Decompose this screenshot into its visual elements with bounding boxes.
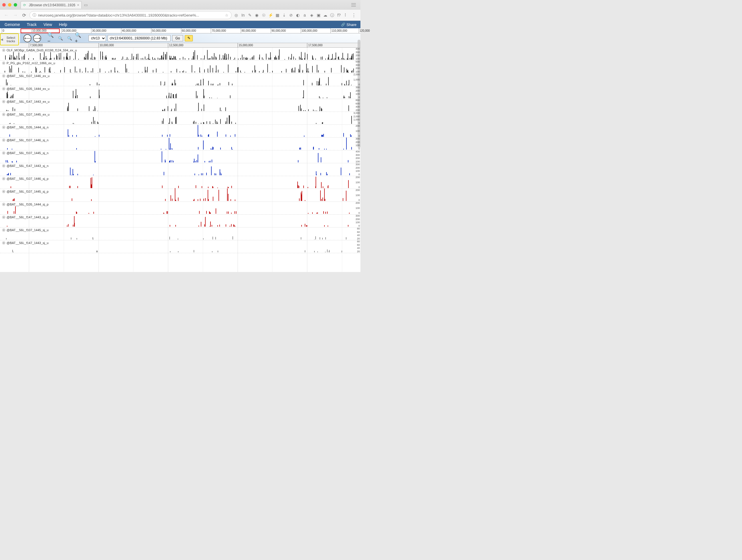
extension-icon[interactable]: ◎ <box>234 13 238 17</box>
close-window-icon[interactable] <box>2 3 6 7</box>
track-canvas[interactable]: 2001000 <box>0 125 360 137</box>
extension-icon[interactable]: ⚡ <box>268 13 273 17</box>
zoom-in-big-button[interactable]: 🔍+ <box>75 35 82 42</box>
extension-icon[interactable]: ◉ <box>255 13 259 17</box>
track-label[interactable]: ×OLF_MOBgr_GABA_Drd3_KI198_f124_594_ex_u <box>1 48 78 52</box>
site-info-icon[interactable]: ⓘ <box>33 12 36 18</box>
track-canvas[interactable]: 2001000 <box>0 189 360 202</box>
scroll-left-button[interactable]: ⟵ <box>23 34 32 42</box>
chromosome-select[interactable]: chr13 <box>89 35 106 41</box>
track-label[interactable]: ×@BAT__56L_f107_1445_sj_p <box>1 189 49 193</box>
coverage-bar <box>231 186 232 188</box>
track-close-icon[interactable]: × <box>2 49 5 52</box>
track-canvas[interactable]: 3002001000 <box>0 163 360 176</box>
track-close-icon[interactable]: × <box>2 151 5 155</box>
location-input[interactable] <box>108 35 170 41</box>
track-label[interactable]: ×@BAT__56L_f105_1444_sj_n <box>1 125 49 129</box>
track-close-icon[interactable]: × <box>2 228 5 232</box>
track-close-icon[interactable]: × <box>2 164 5 168</box>
extension-icon[interactable]: In <box>241 13 245 17</box>
browser-tab[interactable]: ⟳ JBrowse chr13:6430001..1926 × <box>20 1 82 9</box>
extension-icon[interactable]: a <box>303 13 307 17</box>
track-label[interactable]: ×@BAT__56L_f107_1446_ex_u <box>1 74 50 78</box>
extension-icon[interactable]: f? <box>337 13 341 17</box>
address-bar[interactable]: ⓘ neuroseq.janelia.org/jbrowse/?data=dat… <box>30 11 232 19</box>
track-label[interactable]: ×@BAT__56L_f107_1445_ex_u <box>1 112 50 116</box>
extension-icon[interactable]: ▦ <box>275 13 280 17</box>
forward-button[interactable]: → <box>12 12 19 18</box>
scroll-right-button[interactable]: ⟶ <box>33 34 41 42</box>
menu-view[interactable]: View <box>40 22 55 27</box>
extension-icon[interactable]: ⇣ <box>282 13 286 17</box>
extension-icon[interactable]: ☁ <box>323 13 328 17</box>
track-label[interactable]: ×@BAT__56L_f147_1443_sj_u <box>1 241 49 245</box>
track-close-icon[interactable]: × <box>2 113 5 116</box>
track-close-icon[interactable]: × <box>2 216 5 219</box>
extension-icon[interactable]: ◐ <box>296 13 300 17</box>
coverage-bar <box>216 174 216 175</box>
new-tab-button[interactable]: ▭ <box>82 3 90 7</box>
track-canvas[interactable]: 2001000 <box>0 202 360 214</box>
extension-icon[interactable]: ⠇ <box>343 13 348 17</box>
track-label[interactable]: ×@BAT__56L_f147_1443_sj_p <box>1 215 49 219</box>
track-close-icon[interactable]: × <box>2 241 5 244</box>
track-close-icon[interactable]: × <box>2 177 5 180</box>
track-close-icon[interactable]: × <box>2 61 5 65</box>
extension-icon[interactable]: ⓘ <box>330 13 334 17</box>
track-canvas[interactable]: 3002001000 <box>0 137 360 150</box>
window-controls[interactable] <box>2 3 17 7</box>
tracks-area[interactable]: ×OLF_MOBgr_GABA_Drd3_KI198_f124_594_ex_u… <box>0 48 360 272</box>
track-label[interactable]: ×@BAT__56L_f107_1445_sj_u <box>1 228 49 232</box>
track-canvas[interactable]: 80604020 <box>0 227 360 240</box>
track-label[interactable]: ×@BAT__56L_f107_1445_sj_n <box>1 151 49 155</box>
track-canvas[interactable]: 3002001000 <box>0 86 360 99</box>
browser-menu-button[interactable]: ⋮ <box>351 12 358 18</box>
extension-icon[interactable]: ⦾ <box>261 13 266 17</box>
track-canvas[interactable]: 3,0002,0001,0000 <box>0 112 360 124</box>
back-button[interactable]: ← <box>3 12 10 18</box>
track-canvas[interactable]: 2001000 <box>0 176 360 189</box>
zoom-out-big-button[interactable]: 🔍− <box>47 35 55 42</box>
extension-icon[interactable]: ✎ <box>248 13 252 17</box>
minimize-window-icon[interactable] <box>8 3 11 7</box>
menu-genome[interactable]: Genome <box>1 22 23 27</box>
menu-track[interactable]: Track <box>23 22 40 27</box>
track-label[interactable]: ×@BAT__56L_f107_1446_sj_n <box>1 138 49 142</box>
menu-help[interactable]: Help <box>55 22 70 27</box>
coverage-bar <box>15 206 16 214</box>
track-canvas[interactable]: 800600400200 <box>0 99 360 112</box>
select-tracks-button[interactable]: ◀ Select tracks <box>0 34 19 45</box>
track-label[interactable]: ×P_PG_glu_P162_m12_1866_ex_u <box>1 61 56 65</box>
tab-close-icon[interactable]: × <box>77 3 80 7</box>
track-canvas[interactable]: 2,0001,0000 <box>0 73 360 86</box>
track-close-icon[interactable]: × <box>2 190 5 193</box>
track-label[interactable]: ×@BAT__56L_f105_1444_sj_p <box>1 202 49 206</box>
highlight-button[interactable]: ✎ <box>185 35 193 41</box>
bookmark-star-icon[interactable]: ☆ <box>225 13 228 17</box>
track-label[interactable]: ×@BAT__56L_f147_1443_sj_n <box>1 164 49 168</box>
track-close-icon[interactable]: × <box>2 100 5 103</box>
coverage-bar <box>106 57 107 60</box>
track-label[interactable]: ×@BAT__56L_f105_1444_ex_u <box>1 87 50 91</box>
share-button[interactable]: 🔗 Share <box>338 22 359 27</box>
go-button[interactable]: Go <box>172 35 183 41</box>
track-label[interactable]: ×@BAT__56L_f147_1443_ex_u <box>1 100 50 104</box>
extension-icon[interactable]: ◈ <box>309 13 314 17</box>
track-label[interactable]: ×@BAT__56L_f107_1446_sj_p <box>1 177 49 181</box>
track-canvas[interactable]: 3002001000 <box>0 215 360 227</box>
track-close-icon[interactable]: × <box>2 126 5 129</box>
extension-icon[interactable]: ▣ <box>316 13 321 17</box>
zoom-in-button[interactable]: 🔍 <box>66 35 73 42</box>
tab-overflow-icon[interactable] <box>351 3 356 7</box>
track-canvas[interactable]: 400300200100 <box>0 151 360 163</box>
coverage-bar <box>317 212 318 214</box>
track-close-icon[interactable]: × <box>2 87 5 91</box>
zoom-out-button[interactable]: 🔍 <box>57 35 64 42</box>
track-close-icon[interactable]: × <box>2 138 5 142</box>
track-canvas[interactable]: 80604020 <box>0 240 360 253</box>
reload-button[interactable]: ⟳ <box>21 12 27 18</box>
maximize-window-icon[interactable] <box>14 3 17 7</box>
track-close-icon[interactable]: × <box>2 203 5 206</box>
track-close-icon[interactable]: × <box>2 74 5 78</box>
extension-icon[interactable]: ⊘ <box>289 13 293 17</box>
